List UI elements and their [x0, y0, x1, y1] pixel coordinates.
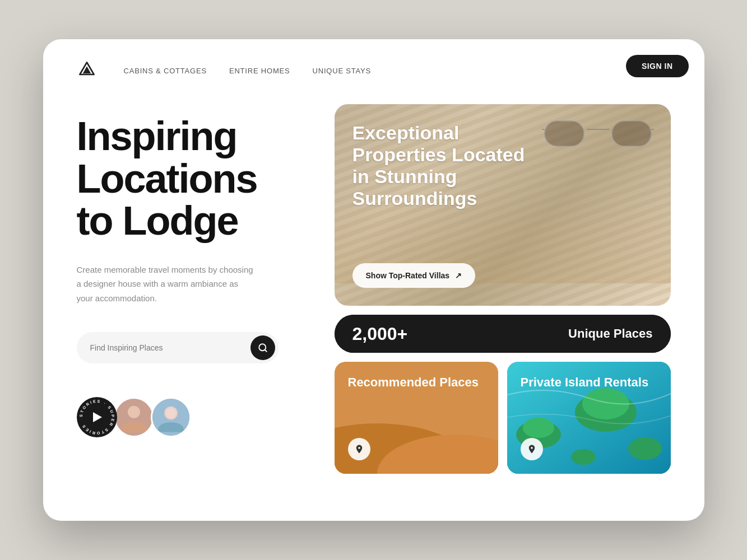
svg-point-21 — [628, 437, 662, 460]
card-island[interactable]: Private Island Rentals — [507, 362, 671, 474]
stat-label: Unique Places — [425, 315, 670, 353]
sunglasses-decor — [542, 115, 654, 160]
stat-count: 2,000+ — [335, 315, 426, 353]
search-icon — [258, 343, 268, 353]
svg-rect-10 — [612, 121, 651, 146]
nav-item-cabins[interactable]: CABINS & COTTAGES — [124, 66, 207, 76]
pin-icon — [354, 444, 364, 454]
hero-card-title: Exceptional Properties Located in Stunni… — [352, 122, 543, 209]
stories-circular-text: STORIES · SUPER STORIES — [77, 397, 117, 437]
avatar-person-2 — [152, 397, 189, 437]
card-island-pin[interactable] — [521, 438, 543, 460]
stories-badge[interactable]: STORIES · SUPER STORIES — [77, 397, 117, 437]
left-column: Inspiring Locations to Lodge Create memo… — [77, 104, 312, 437]
logo[interactable] — [77, 59, 97, 82]
hero-title: Inspiring Locations to Lodge — [77, 115, 312, 242]
svg-point-22 — [571, 449, 596, 465]
signin-button[interactable]: SIGN IN — [626, 55, 689, 77]
hero-subtitle: Create memorable travel moments by choos… — [77, 263, 256, 306]
search-bar — [77, 332, 279, 363]
bottom-cards: Recommended Places — [335, 362, 671, 474]
svg-point-4 — [128, 406, 140, 418]
search-button[interactable] — [250, 335, 275, 360]
pin-icon-island — [527, 444, 537, 454]
card-recommended-title: Recommended Places — [348, 375, 485, 390]
device-frame: SIGN IN CABINS & COTTAGES ENTIRE HOMES U… — [43, 39, 704, 521]
svg-text:STORIES · SUPER STORIES: STORIES · SUPER STORIES — [78, 399, 114, 435]
svg-line-1 — [265, 350, 266, 352]
main-content: Inspiring Locations to Lodge Create memo… — [43, 93, 704, 507]
svg-point-7 — [165, 408, 175, 418]
nav-item-homes[interactable]: ENTIRE HOMES — [229, 66, 290, 76]
card-recommended[interactable]: Recommended Places — [335, 362, 498, 474]
nav-item-unique[interactable]: UNIQUE STAYS — [313, 66, 371, 76]
svg-point-18 — [523, 418, 554, 438]
card-recommended-pin[interactable] — [348, 438, 370, 460]
avatar-1 — [114, 397, 154, 437]
search-input[interactable] — [90, 343, 250, 352]
avatar-person-1 — [115, 397, 152, 437]
stats-row: 2,000+ Unique Places — [335, 315, 671, 353]
nav-links: CABINS & COTTAGES ENTIRE HOMES UNIQUE ST… — [124, 66, 371, 76]
show-villas-button[interactable]: Show Top-Rated Villas ↗ — [352, 263, 476, 288]
right-column: Exceptional Properties Located in Stunni… — [335, 104, 671, 474]
arrow-icon: ↗ — [455, 271, 462, 280]
card-island-title: Private Island Rentals — [521, 375, 657, 390]
stories-row: STORIES · SUPER STORIES — [77, 397, 312, 437]
navbar: CABINS & COTTAGES ENTIRE HOMES UNIQUE ST… — [43, 39, 704, 93]
show-villas-label: Show Top-Rated Villas — [366, 271, 450, 280]
avatar-2 — [151, 397, 191, 437]
hero-card: Exceptional Properties Located in Stunni… — [335, 104, 671, 306]
svg-rect-9 — [545, 121, 584, 146]
